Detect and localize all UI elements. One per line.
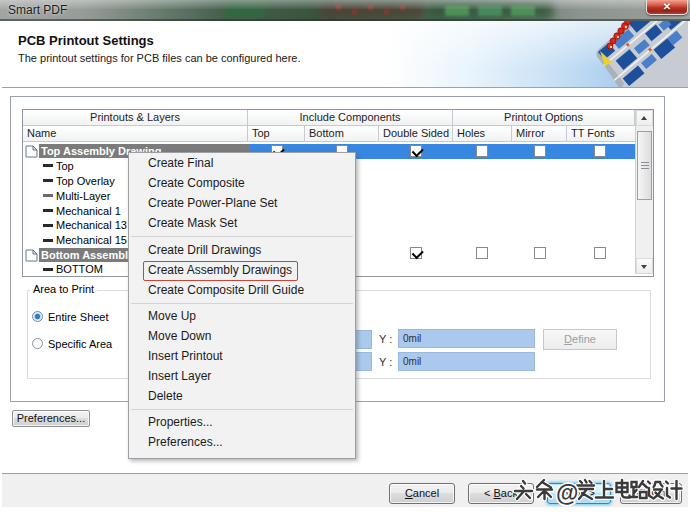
svg-text:@: @	[556, 480, 578, 506]
